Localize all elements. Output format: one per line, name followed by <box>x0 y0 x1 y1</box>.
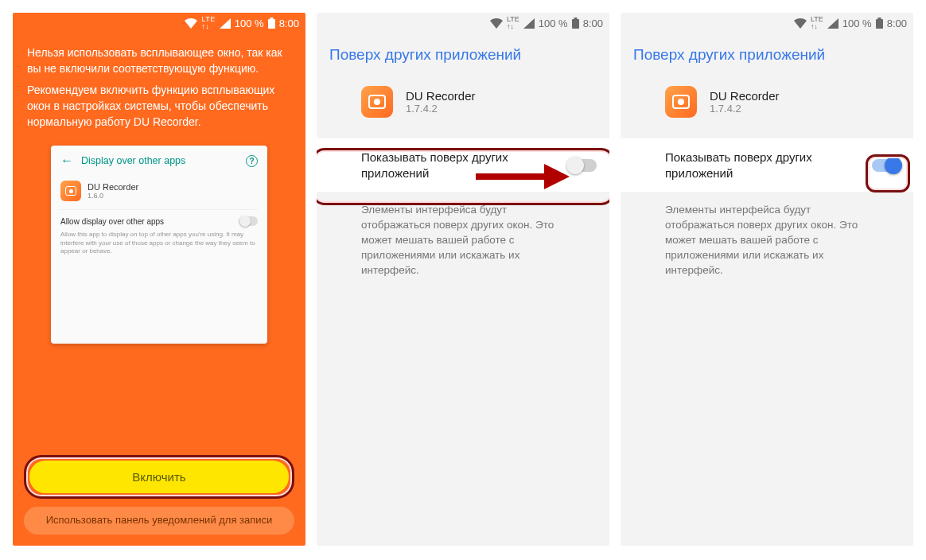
battery-icon <box>268 18 275 29</box>
card-title: Display over other apps <box>81 155 238 166</box>
app-version: 1.7.4.2 <box>710 103 780 115</box>
app-name: DU Recorder <box>406 89 476 103</box>
svg-rect-7 <box>877 18 881 19</box>
clock: 8:00 <box>887 18 907 29</box>
app-info-row: DU Recorder 1.7.4.2 <box>317 80 609 124</box>
signal-icon <box>523 18 535 29</box>
app-version: 1.7.4.2 <box>406 103 476 115</box>
overlay-toggle-row[interactable]: Показывать поверх других приложений <box>621 138 913 192</box>
overlay-toggle-label: Показывать поверх других приложений <box>361 150 544 181</box>
screen-1-du-recorder-prompt: LTE↑↓ 100 % 8:00 Нельзя использовать всп… <box>13 13 305 546</box>
page-title: Поверх других приложений <box>621 33 913 80</box>
card-app-name: DU Recorder <box>88 182 138 192</box>
prompt-line-2: Рекомендуем включить функцию всплывающих… <box>27 82 291 130</box>
settings-preview-card: ← Display over other apps ? DU Recorder … <box>51 146 267 343</box>
prompt-text: Нельзя использовать всплывающее окно, та… <box>13 33 305 142</box>
battery-pct: 100 % <box>235 18 264 29</box>
page-title: Поверх других приложений <box>317 33 609 80</box>
status-bar: LTE↑↓ 100 % 8:00 <box>13 13 305 33</box>
svg-rect-3 <box>574 18 577 19</box>
status-bar: LTE↑↓ 100 % 8:00 <box>317 13 609 33</box>
svg-rect-1 <box>270 18 273 19</box>
overlay-switch-on[interactable] <box>872 159 901 172</box>
card-app-version: 1.6.0 <box>88 192 138 200</box>
screen-2-overlay-settings-off: LTE↑↓ 100 % 8:00 Поверх других приложени… <box>317 13 609 546</box>
card-description: Allow this app to display on top of othe… <box>60 231 258 255</box>
svg-rect-2 <box>572 19 579 29</box>
svg-rect-0 <box>268 19 275 29</box>
signal-icon <box>827 18 838 29</box>
enable-button[interactable]: Включить <box>29 461 289 493</box>
app-info-row: DU Recorder 1.7.4.2 <box>621 80 913 124</box>
battery-icon <box>876 18 883 29</box>
highlight-ring: Включить <box>24 455 294 499</box>
clock: 8:00 <box>583 18 603 29</box>
du-recorder-icon <box>665 86 697 118</box>
status-bar: LTE↑↓ 100 % 8:00 <box>621 13 913 33</box>
mini-switch-off <box>239 216 258 226</box>
battery-icon <box>572 18 579 29</box>
wifi-icon <box>185 18 197 29</box>
screen-3-overlay-settings-on: LTE↑↓ 100 % 8:00 Поверх других приложени… <box>621 13 913 546</box>
wifi-icon <box>490 18 503 29</box>
overlay-description: Элементы интерфейса будут отображаться п… <box>317 192 609 278</box>
overlay-description: Элементы интерфейса будут отображаться п… <box>621 192 913 278</box>
overlay-toggle-label: Показывать поверх других приложений <box>665 150 848 181</box>
use-notification-panel-button[interactable]: Использовать панель уведомлений для запи… <box>24 507 294 535</box>
battery-pct: 100 % <box>842 18 872 29</box>
overlay-toggle-row[interactable]: Показывать поверх других приложений <box>317 138 609 192</box>
app-name: DU Recorder <box>710 89 780 103</box>
overlay-switch-off[interactable] <box>568 159 597 172</box>
allow-label: Allow display over other apps <box>60 217 164 226</box>
clock: 8:00 <box>279 18 299 29</box>
network-label: LTE↑↓ <box>811 16 823 30</box>
network-label: LTE↑↓ <box>507 16 519 30</box>
wifi-icon <box>794 18 807 29</box>
network-label: LTE↑↓ <box>201 16 215 30</box>
signal-icon <box>220 18 231 29</box>
du-recorder-icon <box>361 86 393 118</box>
svg-rect-6 <box>876 19 883 29</box>
battery-pct: 100 % <box>539 18 568 29</box>
prompt-line-1: Нельзя использовать всплывающее окно, та… <box>27 45 291 77</box>
du-recorder-icon <box>60 181 81 201</box>
back-arrow-icon: ← <box>60 154 73 168</box>
help-icon: ? <box>246 155 258 167</box>
